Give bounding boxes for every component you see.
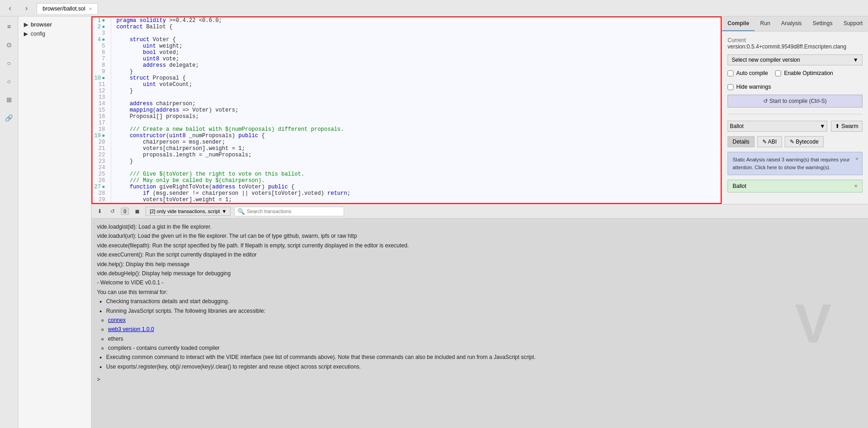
line-code: voters[toVoter].weight = 1;	[111, 197, 721, 203]
swarm-button[interactable]: ⬆ Swarm	[831, 121, 863, 132]
code-line-8: 8 address delegate;	[92, 62, 721, 69]
code-line-3: 3	[92, 30, 721, 37]
code-table: 1●pragma solidity >=0.4.22 <0.6.0;2●cont…	[92, 17, 721, 204]
tx-filter-label: [2] only vide transactions, script	[150, 209, 220, 214]
line-number: 13	[92, 94, 111, 101]
terminal-line: vide.execCurrent(): Run the script curre…	[97, 250, 863, 259]
line-number: 21	[92, 145, 111, 152]
terminal-extra-item: Use exports/.register(key, obj)/.remove(…	[106, 362, 863, 371]
line-number: 9	[92, 69, 111, 75]
terminal-refresh-icon[interactable]: ↺	[108, 207, 117, 216]
deployed-section: Ballot ×	[728, 180, 863, 193]
line-number: 11	[92, 81, 111, 88]
right-nav-item-support[interactable]: Support	[838, 16, 868, 31]
line-code: uint voteCount;	[111, 81, 721, 88]
code-editor[interactable]: 1●pragma solidity >=0.4.22 <0.6.0;2●cont…	[92, 16, 722, 204]
line-number: 19●	[92, 133, 111, 139]
code-line-4: 4● struct Voter {	[92, 37, 721, 43]
line-code: /// Give $(toVoter) the right to vote on…	[111, 171, 721, 177]
search-input[interactable]	[247, 209, 341, 214]
line-code: address delegate;	[111, 62, 721, 69]
right-nav-item-settings[interactable]: Settings	[807, 16, 838, 31]
code-line-12: 12 }	[92, 88, 721, 94]
tab-close-icon[interactable]: ×	[89, 6, 92, 11]
terminal-content: V vide.loadgist(id): Load a gist in the …	[92, 219, 868, 428]
code-line-22: 22 proposals.length = _numProposals;	[92, 152, 721, 158]
hide-warnings-label: Hide warnings	[736, 84, 771, 90]
detail-buttons: Details ✎ ABI ✎ Bytecode	[728, 136, 863, 147]
nav-forward-icon[interactable]: ›	[20, 2, 33, 15]
code-line-7: 7 uint8 vote;	[92, 56, 721, 62]
terminal-link[interactable]: web3 version 1.0.0	[108, 326, 154, 332]
enable-optimization-row: Enable Optimization	[775, 70, 833, 76]
line-number: 14	[92, 101, 111, 107]
right-nav-item-analysis[interactable]: Analysis	[776, 16, 807, 31]
terminal-bullet-item: Running JavaScript scripts. The followin…	[106, 306, 863, 316]
editor-tab[interactable]: browser/ballot.sol ×	[37, 3, 98, 14]
code-line-24: 24	[92, 165, 721, 171]
terminal-line: vide.loadurl(url): Load the given url in…	[97, 231, 863, 241]
hide-warnings-checkbox[interactable]	[728, 84, 733, 90]
terminal-badge: 0	[121, 208, 129, 215]
terminal-toolbar: ⬇ ↺ 0 ◼ [2] only vide transactions, scri…	[92, 204, 868, 219]
terminal-prompt[interactable]: >	[97, 375, 863, 384]
terminal-link[interactable]: connex	[108, 317, 126, 323]
enable-optimization-checkbox[interactable]	[775, 70, 781, 76]
code-line-2: 2●contract Ballot {	[92, 24, 721, 30]
line-code: mapping(address => Voter) voters;	[111, 107, 721, 113]
right-nav-item-run[interactable]: Run	[755, 16, 776, 31]
sidebar-item-config[interactable]: ▶ config	[18, 29, 91, 38]
terminal-bullet-item: Checking transactions details and start …	[106, 297, 863, 306]
compiler-select[interactable]: Select new compiler version ▼	[728, 54, 863, 65]
search-icon: 🔍	[237, 208, 245, 215]
warning-banner[interactable]: Static Analysis raised 3 warning(s) that…	[728, 152, 863, 175]
line-number: 6	[92, 49, 111, 56]
bytecode-button[interactable]: ✎ Bytecode	[785, 136, 824, 147]
terminal-line: vide.help(): Display this help message	[97, 260, 863, 269]
warning-close-icon[interactable]: ×	[856, 155, 858, 163]
code-line-19: 19● constructor(uint8 _numProposals) pub…	[92, 133, 721, 139]
tab-bar: browser/ballot.sol ×	[37, 3, 864, 13]
auto-compile-row: Auto compile	[728, 70, 768, 76]
compile-button[interactable]: ↺ Start to compile (Ctrl-S)	[728, 95, 863, 107]
sidebar-item-browser[interactable]: ▶ browser	[18, 20, 91, 29]
github2-icon[interactable]: ○	[3, 75, 16, 88]
terminal-down-icon[interactable]: ⬇	[95, 207, 104, 216]
code-line-11: 11 uint voteCount;	[92, 81, 721, 88]
terminal-line: vide.execute(filepath): Run the script s…	[97, 241, 863, 250]
line-code	[111, 120, 721, 126]
menu-icon[interactable]: ≡	[3, 20, 16, 33]
right-nav-item-compile[interactable]: Compile	[722, 16, 755, 31]
contract-dropdown-icon: ▼	[819, 123, 825, 129]
link-icon[interactable]: 🔗	[3, 112, 16, 124]
line-code	[111, 94, 721, 101]
line-number: 24	[92, 165, 111, 171]
line-number: 30	[92, 203, 111, 204]
github-icon[interactable]: ○	[3, 57, 16, 70]
line-code: }	[111, 203, 721, 204]
code-line-13: 13	[92, 94, 721, 101]
file-sidebar: ▶ browser ▶ config	[18, 16, 92, 428]
deployed-close-icon[interactable]: ×	[854, 183, 857, 189]
line-code: uint8 vote;	[111, 56, 721, 62]
line-code: constructor(uint8 _numProposals) public …	[111, 133, 721, 139]
terminal-stop-icon[interactable]: ◼	[133, 207, 142, 216]
tx-filter[interactable]: [2] only vide transactions, script ▼	[146, 207, 231, 216]
line-code: struct Voter {	[111, 37, 721, 43]
contract-select[interactable]: Ballot ▼	[728, 121, 827, 132]
nav-back-icon[interactable]: ‹	[4, 2, 16, 15]
line-code: chairperson = msg.sender;	[111, 139, 721, 145]
code-line-15: 15 mapping(address => Voter) voters;	[92, 107, 721, 113]
abi-button[interactable]: ✎ ABI	[757, 136, 782, 147]
terminal-extra-item: Executing common command to interact wit…	[106, 353, 863, 362]
terminal-sub-item: connex	[108, 316, 863, 325]
details-button[interactable]: Details	[728, 136, 755, 147]
version-text: version:0.5.4+commit.9549d8ff.Emscripten…	[728, 43, 863, 50]
git-icon[interactable]: ⊙	[3, 38, 16, 51]
auto-compile-checkbox[interactable]	[728, 70, 733, 76]
line-code: proposals.length = _numProposals;	[111, 152, 721, 158]
code-line-18: 18 /// Create a new ballot with $(numPro…	[92, 126, 721, 133]
line-code: pragma solidity >=0.4.22 <0.6.0;	[111, 17, 721, 24]
line-code: /// Create a new ballot with $(numPropos…	[111, 126, 721, 133]
copy-icon[interactable]: ⊞	[3, 93, 16, 106]
